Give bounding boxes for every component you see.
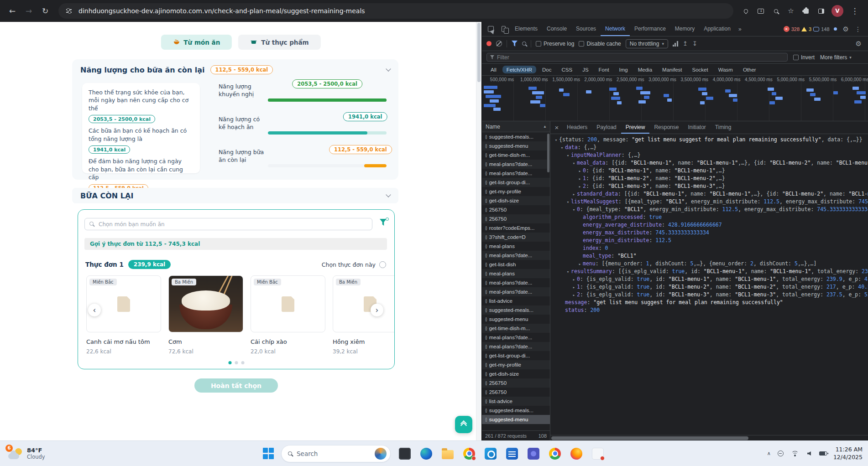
type-filter-js[interactable]: JS	[578, 66, 592, 73]
request-row[interactable]: {}meal-plans?date...	[482, 333, 550, 342]
scrollbar-thumb[interactable]	[477, 23, 481, 82]
weather-widget[interactable]: 6 84°F Cloudy	[5, 441, 49, 466]
filter-input[interactable]	[497, 54, 784, 61]
taskbar-app-chrome[interactable]	[462, 446, 476, 461]
scrollbar-thumb[interactable]	[547, 134, 549, 172]
preview-hscrollbar[interactable]	[550, 435, 868, 440]
expanded-arrow-icon[interactable]: ▾	[565, 268, 571, 275]
taskbar-app-file-explorer[interactable]	[440, 446, 455, 461]
request-row[interactable]: {}meal-plans	[482, 269, 550, 278]
request-row[interactable]: {}get-time-dish-m...	[482, 324, 550, 333]
devtools-tab-elements[interactable]: Elements	[510, 22, 542, 36]
taskbar-search[interactable]: Search	[281, 445, 391, 462]
device-toolbar-icon[interactable]	[497, 23, 509, 35]
type-filter-wasm[interactable]: Wasm	[714, 66, 737, 73]
bookmark-star-icon[interactable]: ☆	[784, 3, 798, 19]
install-icon[interactable]	[754, 3, 768, 19]
side-panel-icon[interactable]	[814, 3, 828, 19]
taskbar-app-teams[interactable]	[526, 446, 541, 461]
devtools-tab-application[interactable]: Application	[699, 22, 735, 36]
dish-card[interactable]: Ba MiềnCơm72,6 kcal	[168, 275, 243, 355]
filter-icon[interactable]	[380, 219, 388, 227]
type-filter-other[interactable]: Other	[739, 66, 760, 73]
devtools-tab-performance[interactable]: Performance	[630, 22, 670, 36]
request-row[interactable]: {}meal-plans?date...	[482, 278, 550, 287]
menu-radio[interactable]	[379, 261, 386, 268]
import-har-icon[interactable]: ↥	[683, 40, 688, 47]
dish-search-input[interactable]	[84, 218, 372, 230]
request-row[interactable]: {}get-list-group-di...	[482, 351, 550, 360]
tray-chevron-icon[interactable]: ∧	[767, 450, 771, 456]
taskbar-app-chrome-dev[interactable]	[548, 446, 562, 461]
taskbar-app-mail[interactable]	[591, 446, 605, 461]
request-row[interactable]: {}suggested-menu	[482, 315, 550, 324]
complete-button[interactable]: Hoàn tất chọn	[194, 378, 278, 393]
network-filter-icon[interactable]	[512, 41, 518, 47]
taskbar-app-edge[interactable]	[419, 446, 434, 461]
request-row[interactable]: {}meal-plans?date...	[482, 251, 550, 260]
collapsed-arrow-icon[interactable]: ▸	[571, 291, 577, 299]
browser-menu-icon[interactable]: ⋮	[847, 3, 863, 19]
more-tabs-icon[interactable]: »	[736, 26, 744, 32]
request-row[interactable]: {}suggested-meals...	[482, 305, 550, 315]
search-icon[interactable]	[769, 3, 783, 19]
request-row[interactable]: {}meal-plans?date...	[482, 287, 550, 296]
devtools-settings-icon[interactable]: ⚙	[841, 25, 851, 33]
remaining-section-header[interactable]: BỮA CÒN LẠI	[72, 188, 398, 203]
type-filter-socket[interactable]: Socket	[688, 66, 712, 73]
more-filters-button[interactable]: More filters▾	[820, 54, 852, 61]
disable-cache-checkbox[interactable]: Disable cache	[579, 41, 621, 47]
collapsed-arrow-icon[interactable]: ▸	[571, 191, 577, 198]
request-row[interactable]: {}256750	[482, 214, 550, 223]
taskbar-app-outlook[interactable]	[483, 446, 498, 461]
request-row[interactable]: {}get-dish-size	[482, 196, 550, 205]
network-settings-icon[interactable]: ⚙	[854, 40, 863, 48]
collapsed-arrow-icon[interactable]: ▸	[577, 175, 583, 182]
expanded-arrow-icon[interactable]: ▾	[565, 152, 571, 159]
devtools-menu-icon[interactable]: ⋮	[852, 26, 863, 33]
battery-icon[interactable]	[819, 450, 827, 458]
request-row[interactable]: {}get-time-dish-m...	[482, 150, 550, 160]
carousel-dot[interactable]	[241, 361, 244, 364]
scroll-top-button[interactable]	[455, 416, 472, 433]
expanded-arrow-icon[interactable]: ▾	[571, 160, 577, 167]
reload-button[interactable]: ↻	[37, 3, 53, 19]
location-icon[interactable]	[739, 3, 753, 19]
request-row[interactable]: {}suggested-meals...	[482, 406, 550, 415]
taskbar-app-dark-app[interactable]	[397, 446, 412, 461]
devtools-tab-sources[interactable]: Sources	[571, 22, 601, 36]
panel-tab-headers[interactable]: Headers	[562, 121, 592, 134]
request-row[interactable]: {}256750	[482, 205, 550, 214]
type-filter-media[interactable]: Media	[634, 66, 656, 73]
request-row[interactable]: {}roster?codeEmps...	[482, 223, 550, 233]
devtools-tab-console[interactable]: Console	[542, 22, 571, 36]
carousel-dot[interactable]	[235, 361, 238, 364]
extensions-icon[interactable]	[799, 3, 813, 19]
type-filter-img[interactable]: Img	[615, 66, 632, 73]
carousel-next-button[interactable]: ›	[371, 304, 383, 316]
filter-input-box[interactable]	[486, 53, 788, 62]
inspect-icon[interactable]	[485, 23, 497, 35]
request-row[interactable]: {}get-my-profile	[482, 360, 550, 369]
request-row[interactable]: {}meal-plans?date...	[482, 342, 550, 351]
issues-icon[interactable]	[813, 27, 819, 31]
network-overview[interactable]: 500,000 ms1,000,000 ms1,500,000 ms2,000,…	[482, 76, 868, 121]
request-row[interactable]: {}256750	[482, 378, 550, 388]
collapsed-arrow-icon[interactable]: ▸	[571, 276, 577, 283]
request-row[interactable]: {}list-advice	[482, 397, 550, 406]
request-row[interactable]: {}get-dish-size	[482, 369, 550, 378]
invert-checkbox[interactable]: Invert	[793, 54, 815, 61]
expanded-arrow-icon[interactable]: ▾	[553, 136, 559, 144]
volume-icon[interactable]	[805, 450, 813, 458]
network-search-icon[interactable]	[522, 41, 526, 46]
site-settings-icon[interactable]	[64, 6, 74, 16]
collapsed-arrow-icon[interactable]: ▸	[571, 284, 577, 291]
devtools-tab-memory[interactable]: Memory	[670, 22, 699, 36]
wifi-icon[interactable]	[791, 450, 799, 458]
carousel-dot[interactable]	[228, 361, 231, 364]
type-filter-fetch-xhr[interactable]: Fetch/XHR	[502, 66, 536, 73]
clock[interactable]: 11:26 AM 12/4/2025	[833, 446, 863, 461]
devtools-tab-network[interactable]: Network	[601, 22, 630, 36]
close-icon[interactable]: ×	[551, 124, 562, 131]
preserve-log-checkbox[interactable]: Preserve log	[536, 41, 574, 47]
